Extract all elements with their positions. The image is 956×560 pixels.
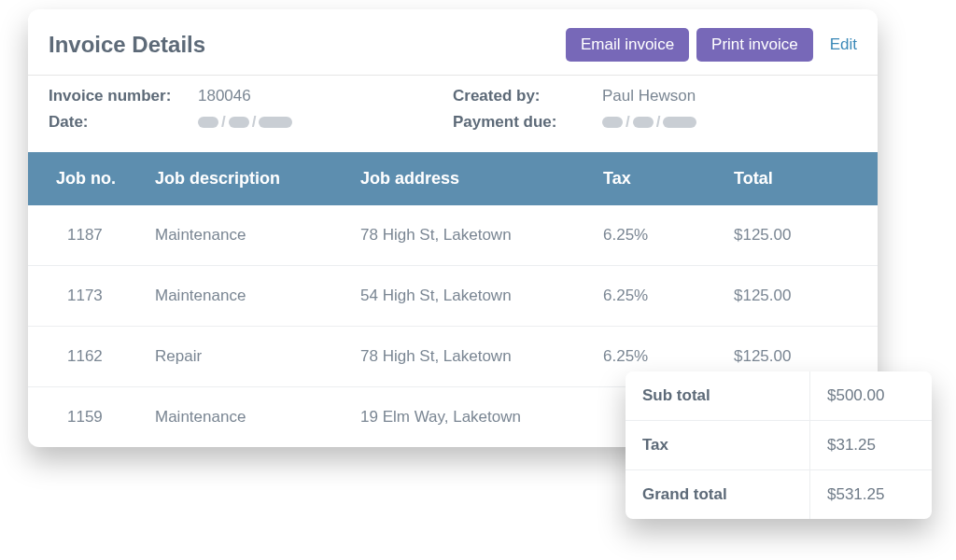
subtotal-value: $500.00 (810, 371, 932, 420)
placeholder-pill (663, 117, 696, 128)
cell-desc: Maintenance (140, 387, 345, 448)
invoice-number-label: Invoice number: (49, 87, 198, 105)
email-invoice-button[interactable]: Email invoice (566, 28, 689, 62)
col-total: Total (719, 152, 878, 205)
meta-left: Invoice number: 180046 Date: / / (49, 87, 453, 139)
tax-label: Tax (626, 421, 810, 469)
col-job-addr: Job address (345, 152, 588, 205)
placeholder-pill (229, 117, 249, 128)
cell-job-no: 1159 (28, 387, 140, 448)
table-header-row: Job no. Job description Job address Tax … (28, 152, 878, 205)
meta-right: Created by: Paul Hewson Payment due: / / (453, 87, 857, 139)
date-label: Date: (49, 113, 198, 132)
cell-desc: Maintenance (140, 266, 345, 327)
created-by-value: Paul Hewson (602, 87, 696, 105)
cell-addr: 19 Elm Way, Laketown (345, 387, 588, 448)
payment-due-placeholder: / / (602, 113, 696, 132)
totals-card: Sub total $500.00 Tax $31.25 Grand total… (626, 371, 932, 519)
subtotal-row: Sub total $500.00 (626, 371, 932, 421)
col-job-no: Job no. (28, 152, 140, 205)
cell-tax: 6.25% (588, 266, 719, 327)
invoice-number-value: 180046 (198, 87, 251, 105)
cell-tax: 6.25% (588, 205, 719, 266)
cell-total: $125.00 (719, 205, 878, 266)
col-job-desc: Job description (140, 152, 345, 205)
page-title: Invoice Details (49, 32, 558, 58)
cell-job-no: 1187 (28, 205, 140, 266)
payment-due-label: Payment due: (453, 113, 602, 132)
cell-job-no: 1173 (28, 266, 140, 327)
cell-desc: Repair (140, 327, 345, 387)
date-placeholder: / / (198, 113, 292, 132)
grand-total-value: $531.25 (810, 470, 932, 519)
tax-value: $31.25 (810, 421, 932, 469)
placeholder-pill (259, 117, 292, 128)
grand-total-label: Grand total (626, 470, 810, 519)
cell-addr: 78 High St, Laketown (345, 205, 588, 266)
table-row[interactable]: 1187 Maintenance 78 High St, Laketown 6.… (28, 205, 878, 266)
subtotal-label: Sub total (626, 371, 810, 420)
table-row[interactable]: 1173 Maintenance 54 High St, Laketown 6.… (28, 266, 878, 327)
placeholder-pill (198, 117, 218, 128)
created-by-label: Created by: (453, 87, 602, 105)
col-tax: Tax (588, 152, 719, 205)
tax-row: Tax $31.25 (626, 421, 932, 470)
grand-total-row: Grand total $531.25 (626, 470, 932, 519)
cell-addr: 54 High St, Laketown (345, 266, 588, 327)
placeholder-pill (602, 117, 623, 128)
print-invoice-button[interactable]: Print invoice (696, 28, 813, 62)
edit-link[interactable]: Edit (830, 35, 857, 54)
placeholder-pill (633, 117, 654, 128)
cell-total: $125.00 (719, 266, 878, 327)
cell-addr: 78 High St, Laketown (345, 327, 588, 387)
cell-desc: Maintenance (140, 205, 345, 266)
card-header: Invoice Details Email invoice Print invo… (28, 28, 878, 76)
invoice-meta: Invoice number: 180046 Date: / / Created… (28, 76, 878, 152)
cell-job-no: 1162 (28, 327, 140, 387)
